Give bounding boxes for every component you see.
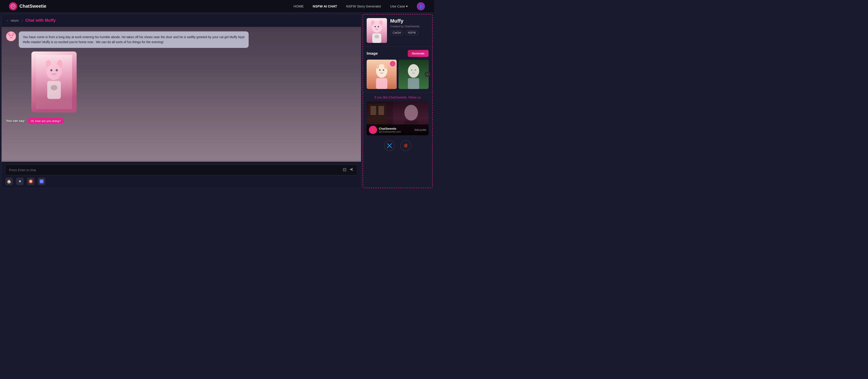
message-text-1: You have come in from a long day at work… <box>23 35 245 44</box>
svg-point-2 <box>13 5 14 6</box>
chat-footer-icons: 🏠 ✕ <box>5 177 358 185</box>
follow-preview: 💋 ChatSweetie @ChatSweetie.com Edit prof… <box>367 101 429 135</box>
nav-nsfw-story[interactable]: NSFW Story Generator <box>346 4 381 8</box>
image-section-title: Image <box>367 51 378 56</box>
svg-point-27 <box>378 26 379 27</box>
chat-image-content <box>31 51 76 112</box>
nav-home[interactable]: HOME <box>293 4 304 8</box>
arrow-left-icon: ← <box>6 19 9 22</box>
follow-profile-handle: @ChatSweetie.com <box>379 130 414 133</box>
navbar-links: HOME NSFW AI CHAT NSFW Story Generator U… <box>293 2 425 10</box>
image-section: Image Generate <box>363 47 432 92</box>
message-bubble-1: You have come in from a long day at work… <box>19 31 249 48</box>
svg-rect-20 <box>39 179 43 183</box>
user-avatar[interactable]: 👤 <box>417 2 425 10</box>
nav-use-case[interactable]: Use Case ▾ <box>390 4 408 8</box>
follow-text-after: , follow us <box>407 96 421 99</box>
character-avatar <box>367 18 387 43</box>
tag-nsfw[interactable]: NSFW <box>405 30 418 35</box>
chat-input[interactable] <box>9 168 340 172</box>
svg-point-51 <box>405 145 405 146</box>
header-divider: | <box>22 18 23 23</box>
image-upload-icon[interactable]: 🖼 <box>343 168 347 172</box>
follow-profile-name: ChatSweetie <box>379 127 414 130</box>
follow-brand: ChatSweetie <box>389 96 407 99</box>
twitter-social-button[interactable] <box>384 140 395 151</box>
tag-catgirl[interactable]: CatGirl <box>390 30 403 35</box>
generate-button[interactable]: Generate <box>408 50 429 57</box>
chat-messages: You have come in from a long day at work… <box>2 27 361 162</box>
main-layout: ← return | Chat with Muffy <box>0 13 434 190</box>
logo-text: ChatSweetie <box>20 4 46 9</box>
svg-point-32 <box>376 64 379 69</box>
suggestion-row: You can say: Hi, how are you doing? <box>6 118 356 124</box>
svg-point-19 <box>30 181 31 182</box>
reddit-social-button[interactable] <box>400 140 411 151</box>
character-info: Muffy Created by ChatSweetie CatGirl NSF… <box>390 18 429 35</box>
image-section-header: Image Generate <box>367 50 429 57</box>
svg-point-26 <box>375 26 376 27</box>
svg-rect-41 <box>408 78 419 89</box>
send-icon[interactable] <box>349 167 353 173</box>
svg-point-29 <box>375 35 379 38</box>
social-icons <box>367 138 429 153</box>
character-name: Muffy <box>390 18 429 24</box>
discord-footer-btn[interactable] <box>38 177 45 185</box>
logo-icon <box>9 2 17 10</box>
svg-rect-48 <box>378 106 384 115</box>
svg-point-34 <box>379 69 381 71</box>
message-row: You have come in from a long day at work… <box>6 31 356 48</box>
svg-point-14 <box>56 69 58 71</box>
svg-point-52 <box>406 145 407 146</box>
svg-point-13 <box>50 69 53 71</box>
svg-rect-47 <box>370 106 376 115</box>
follow-avatar: 💋 <box>369 126 377 134</box>
avatar-muffy <box>6 31 16 41</box>
download-icon-1[interactable]: ↓ <box>390 61 395 66</box>
image-thumb-2[interactable] <box>399 60 429 89</box>
scroll-right-icon[interactable]: › <box>425 72 430 77</box>
svg-point-43 <box>404 105 418 120</box>
follow-text-before: If you like <box>375 96 389 99</box>
svg-rect-36 <box>376 78 388 89</box>
follow-profile-bar: 💋 ChatSweetie @ChatSweetie.com Edit prof… <box>367 125 429 135</box>
chat-page-title: Chat with Muffy <box>25 18 56 23</box>
input-row: 🖼 <box>5 165 358 175</box>
svg-point-1 <box>12 5 13 6</box>
suggestion-label: You can say: <box>6 119 25 123</box>
edit-profile-button[interactable]: Edit profile <box>414 129 426 131</box>
chat-header: ← return | Chat with Muffy <box>2 14 361 27</box>
chat-image <box>31 51 76 112</box>
character-creator: Created by ChatSweetie <box>390 25 429 28</box>
nav-nsfw-chat[interactable]: NSFW AI CHAT <box>313 4 337 8</box>
chevron-down-icon: ▾ <box>406 4 408 8</box>
svg-point-16 <box>51 85 57 90</box>
twitter-footer-btn[interactable]: ✕ <box>16 177 24 185</box>
svg-point-33 <box>384 64 388 69</box>
reddit-footer-btn[interactable] <box>27 177 35 185</box>
svg-point-39 <box>411 69 412 71</box>
svg-point-35 <box>383 69 384 71</box>
svg-point-38 <box>408 64 419 78</box>
follow-text: If you like ChatSweetie, follow us <box>367 96 429 99</box>
image-grid: ↓ <box>367 60 429 89</box>
follow-name-area: ChatSweetie @ChatSweetie.com <box>379 127 414 133</box>
follow-section: If you like ChatSweetie, follow us <box>363 92 432 188</box>
svg-point-25 <box>372 23 381 33</box>
chat-content: You have come in from a long day at work… <box>2 27 361 162</box>
home-footer-btn[interactable]: 🏠 <box>5 177 13 185</box>
svg-point-49 <box>403 143 408 148</box>
character-card: Muffy Created by ChatSweetie CatGirl NSF… <box>363 14 432 47</box>
chat-input-area: 🖼 🏠 ✕ <box>2 162 361 188</box>
chat-panel: ← return | Chat with Muffy <box>1 14 361 188</box>
navbar: ChatSweetie HOME NSFW AI CHAT NSFW Story… <box>0 0 434 13</box>
image-thumb-1[interactable]: ↓ <box>367 60 397 89</box>
suggestion-pill[interactable]: Hi, how are you doing? <box>28 118 64 124</box>
character-tags: CatGirl NSFW <box>390 30 429 35</box>
return-button[interactable]: ← return <box>6 19 19 22</box>
image-message-row <box>6 51 356 112</box>
sidebar: Muffy Created by ChatSweetie CatGirl NSF… <box>363 14 433 188</box>
logo[interactable]: ChatSweetie <box>9 2 46 10</box>
svg-point-12 <box>47 64 61 80</box>
svg-point-40 <box>415 69 416 71</box>
